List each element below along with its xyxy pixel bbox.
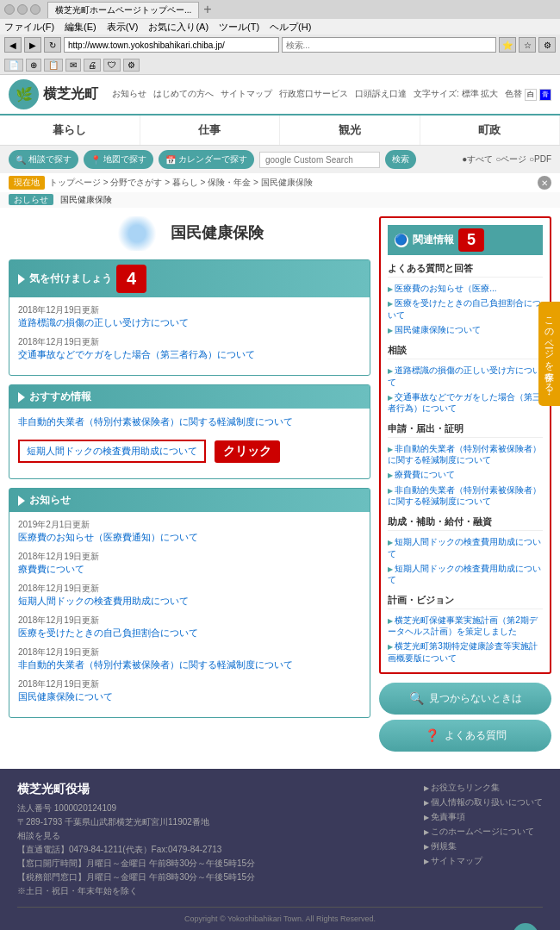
article-link[interactable]: 非自動的失業者（特別付素被保険者）に関する軽減制度について [18,658,361,671]
related-link[interactable]: 横芝光町保健事業実施計画（第2期データヘルス計画）を策定しました [388,613,543,639]
menu-help[interactable]: ヘルプ(H) [270,21,311,33]
related-link[interactable]: 道路標識の損傷の正しい受け方について [388,363,543,389]
footer-link-4[interactable]: このホームページについて [424,826,543,838]
toolbar-btn-6[interactable]: ⚙ [123,59,140,72]
go-btn[interactable]: ⭐ [499,37,516,53]
page-content: 🌿 横芝光町 お知らせ はじめての方へ サイトマップ 行政窓口サービス 口頭訴え… [0,75,560,930]
article-link[interactable]: 医療を受けたときの自己負担割合について [18,627,361,640]
minimize-btn[interactable] [4,4,15,15]
menu-file[interactable]: ファイル(F) [4,21,54,33]
search-calendar-btn[interactable]: 📅 カレンダーで探す [159,150,254,169]
nav-contact[interactable]: 口頭訴え口達 [355,88,407,101]
related-link[interactable]: 交通事故などでケガをした場合（第三者行為）について [388,390,543,415]
oshirase-section: お知らせ 2019年2月1日更新 医療費のお知らせ（医療費通知）について 201… [9,488,370,718]
search-chizu-btn[interactable]: 📍 地図で探す [84,150,153,169]
article-item: 2019年2月1日更新 医療費のお知らせ（医療費通知）について [18,519,361,544]
toolbar-btn-5[interactable]: 🖨 [84,59,101,72]
menu-tools[interactable]: ツール(T) [219,21,259,33]
back-btn[interactable]: ◀ [4,37,22,53]
color-blue[interactable]: 青 [539,89,551,101]
article-date: 2019年2月1日更新 [18,519,361,531]
nav-first-time[interactable]: はじめての方へ [153,88,214,101]
menu-edit[interactable]: 編集(E) [65,21,96,33]
browser-tab[interactable]: 横芝光町ホームページトップペー... [47,2,199,18]
related-link[interactable]: 非自動的失業者（特別付素被保険者）に関する軽減制度について [388,441,543,467]
left-column: 国民健康保険 気を付けましょう 4 2018年12月19日更新 道路標識の損傷の… [9,216,370,752]
footer-link-2[interactable]: 個人情報の取り扱いについて [424,796,543,808]
osusume-body: 非自動的失業者（特別付素被保険者）に関する軽減制度について 短期人間ドックの検査… [9,409,370,478]
refresh-btn[interactable]: ↻ [44,37,61,53]
kiwotsuke-body: 2018年12月19日更新 道路標識の損傷の正しい受け方について 2018年12… [9,297,370,375]
menu-favorites[interactable]: お気に入り(A) [148,21,208,33]
not-found-btn[interactable]: 🔍 見つからないときは [379,683,551,715]
search-submit-btn[interactable]: 検索 [385,150,416,169]
toolbar-btn-3[interactable]: 📋 [44,59,63,72]
related-header: 🔵 関連情報 5 [388,225,543,255]
search-sodan-btn[interactable]: 🔍 相談で探す [9,150,78,169]
save-page-tab[interactable]: このページを保存する→ [538,302,560,406]
search-input[interactable] [282,37,497,53]
related-link[interactable]: 横芝光町第3期特定健康診査等実施計画概要版について [388,639,543,665]
address-input[interactable] [64,37,279,53]
toolbar-btn-1[interactable]: 📄 [4,59,23,72]
nav-chosei[interactable]: 町政 [420,115,561,145]
maximize-btn[interactable] [17,4,28,15]
menu-view[interactable]: 表示(V) [107,21,139,33]
article-link-hijido[interactable]: 非自動的失業者（特別付素被保険者）に関する軽減制度について [18,415,361,428]
nav-service[interactable]: 行政窓口サービス [279,88,348,101]
footer-top: 横芝光町役場 法人番号 1000020124109 〒289-1793 千葉県山… [17,782,543,898]
calendar-icon: 📅 [165,155,176,165]
nav-home[interactable]: お知らせ [112,88,146,101]
close-breadcrumb-btn[interactable]: ✕ [538,176,551,190]
oshirase-header: お知らせ [9,489,370,512]
toolbar-security[interactable]: 🛡 [103,59,121,72]
related-link[interactable]: 非自動的失業者（特別付素被保険者）に関する軽減制度について [388,483,543,509]
article-link[interactable]: 交通事故などでケガをした場合（第三者行為）について [18,348,361,361]
related-link[interactable]: 短期人間ドックの検査費用助成について [388,534,543,560]
settings-btn[interactable]: ⚙ [538,37,556,53]
header-nav: お知らせ はじめての方へ サイトマップ 行政窓口サービス 口頭訴え口達 文字サイ… [112,88,551,101]
nav-shigoto[interactable]: 仕事 [140,115,281,145]
breadcrumb-row2: おしらせ 国民健康保険 [0,192,560,208]
footer-link-1[interactable]: お役立ちリンク集 [424,782,543,794]
toolbar-btn-2[interactable]: ⊕ [26,59,41,72]
search-icon: 🔍 [409,691,424,705]
star-btn[interactable]: ☆ [519,37,536,53]
forward-btn[interactable]: ▶ [24,37,41,53]
new-tab-btn[interactable]: + [203,2,211,17]
article-link[interactable]: 療費費について [18,563,361,576]
nav-kanko[interactable]: 観光 [280,115,420,145]
article-link[interactable]: 道路標識の損傷の正しい受け方について [18,316,361,329]
search-bar: 🔍 相談で探す 📍 地図で探す 📅 カレンダーで探す 検索 ●すべて ○ページ … [0,146,560,173]
top-btn[interactable]: TOP↑ [513,923,538,930]
related-link[interactable]: 国民健康保険について [388,322,543,337]
highlighted-link[interactable]: 短期人間ドックの検査費用助成について [27,446,197,456]
related-icon: 🔵 [395,234,408,247]
breadcrumb-area: 現在地 トップページ > 分野でさがす > 暮らし > 保険・年金 > 国民健康… [0,173,560,192]
section-arrow-icon [18,496,25,506]
related-link[interactable]: 療費費について [388,467,543,482]
site-name: 横芝光町 [43,85,98,103]
nav-sitemap[interactable]: サイトマップ [221,88,272,101]
section-arrow-icon [18,274,25,284]
main-search-input[interactable] [259,152,380,168]
toolbar-btn-4[interactable]: ✉ [65,59,81,72]
article-link[interactable]: 医療費のお知らせ（医療費通知）について [18,531,361,544]
nav-kurashi[interactable]: 暮らし [0,115,140,145]
site-header: 🌿 横芝光町 お知らせ はじめての方へ サイトマップ 行政窓口サービス 口頭訴え… [0,75,560,115]
footer-link-6[interactable]: サイトマップ [424,855,543,867]
related-section-consultation-title: 相談 [388,344,543,359]
close-btn[interactable] [30,4,40,15]
faq-btn[interactable]: ❓ よくある質問 [379,720,551,752]
related-link[interactable]: 短期人間ドックの検査費用助成について [388,561,543,587]
article-link[interactable]: 短期人間ドックの検査費用助成について [18,595,361,608]
related-link[interactable]: 医療費のお知らせ（医療... [388,281,543,296]
related-link[interactable]: 医療を受けたときの自己負担割合について [388,296,543,321]
related-section-faq-title: よくある質問と回答 [388,262,543,278]
footer-mascot: 🧸 おすすめ TOP↑ 🐾 [17,923,543,930]
article-link[interactable]: 国民健康保険について [18,690,361,703]
footer-link-5[interactable]: 例規集 [424,840,543,852]
color-white[interactable]: 白 [525,89,537,101]
footer-link-3[interactable]: 免責事項 [424,811,543,823]
right-column: 🔵 関連情報 5 よくある質問と回答 医療費のお知らせ（医療... 医療を受けた… [379,216,551,752]
